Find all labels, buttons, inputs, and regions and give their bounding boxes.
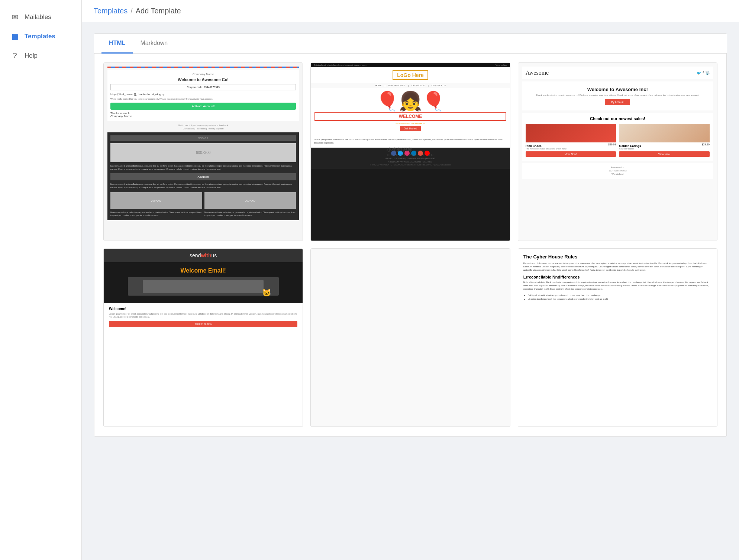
tmpl5-list: Ball tip alcatra elit shankle, ground ro… xyxy=(523,294,712,301)
tmpl4-body-title: Welcome! xyxy=(109,307,297,311)
tmpl3-my-account-btn: My Account xyxy=(605,99,630,105)
tmpl1-activate-btn: Activate Account! xyxy=(110,103,296,110)
tmpl3-sales: Check out our newest sales! Pink Shoes $… xyxy=(522,113,713,161)
tmpl1-bottom: 555×11 600×300 Maecenas sed ante pellent… xyxy=(107,132,299,220)
tmpl4-header: sendwithus xyxy=(104,249,303,262)
tmpl1-footer: Get in touch if you have any questions o… xyxy=(107,122,299,132)
tmpl5-para1: Bacon ipsum dolor amet labore in exercit… xyxy=(523,262,712,272)
breadcrumb-current: Add Template xyxy=(136,7,181,15)
tmpl3-hero-body: Thank you for signing up with awesome co… xyxy=(526,94,710,97)
tmpl1-coupon: Coupon code: 13448278949 xyxy=(110,84,296,90)
template-preview-1: Company Name Welcome to Awesome Co! Coup… xyxy=(104,63,303,241)
tmpl4-cat-icon: 🐱 xyxy=(262,288,271,297)
tmpl3-product-img-1 xyxy=(526,124,616,142)
tmpl5-para2: Nulla elit nostrud duis. Flank porchetta… xyxy=(523,281,712,291)
tmpl3-product-img-2 xyxy=(619,124,710,142)
tmpl1-sig: Company Name xyxy=(110,115,296,118)
tmpl3-product-1: Pink Shoes $29.99 The hottest summer sne… xyxy=(526,124,616,157)
tmpl4-body-text: Lorem ipsum dolor sit amet, consectetur … xyxy=(109,312,297,319)
template-card-4[interactable]: sendwithus Welcome Email! 🐱 Welcome! xyxy=(103,248,303,427)
tmpl3-footer-address: Awesome Inc1234 Awesome StWonderland xyxy=(525,166,710,176)
tmpl1-img-placeholder: 600×300 xyxy=(110,143,296,162)
tmpl3-header: Awesome 🐦f📡 xyxy=(522,67,713,79)
tmpl3-view-btn-2: View Now! xyxy=(619,151,710,157)
page-header: Templates / Add Template xyxy=(82,0,739,22)
sidebar-item-mailables[interactable]: ✉ Mailables xyxy=(0,7,81,27)
tmpl2-welcome-text: WELCOME xyxy=(314,112,506,121)
tmpl1-company: Company Name xyxy=(110,73,296,76)
template-card-2[interactable]: Original mail check here lorem ipsum sit… xyxy=(310,62,510,241)
tab-bar: HTML Markdown xyxy=(94,34,727,54)
tmpl4-hero: Welcome Email! 🐱 xyxy=(104,262,303,303)
tmpl4-body: Welcome! Lorem ipsum dolor sit amet, con… xyxy=(104,303,303,331)
grid-icon: ▦ xyxy=(10,32,19,41)
main-content: Templates / Add Template HTML Markdown xyxy=(82,0,739,560)
template-preview-3: Awesome 🐦f📡 Welcome to Awesome Inc! Than… xyxy=(518,63,717,241)
sidebar-item-label: Mailables xyxy=(25,13,51,21)
tmpl4-screen-visual: 🐱 xyxy=(128,277,279,296)
tmpl2-logo: LoGo Here xyxy=(393,70,428,80)
tmpl5-subtitle: Lrreconcilable Nndifferences xyxy=(523,275,712,279)
tmpl2-body: Sed ut perspiciatis unde omnis iste natu… xyxy=(311,135,510,148)
tmpl3-product-1-name: Pink Shoes xyxy=(526,144,542,148)
tmpl1-body-text: We're really excited for you to join our… xyxy=(110,97,296,100)
tmpl2-topbar: Original mail check here lorem ipsum sit… xyxy=(311,63,510,67)
tmpl3-hero: Welcome to Awesome Inc! Thank you for si… xyxy=(522,81,713,110)
tmpl3-product-2-desc: New city looks! xyxy=(619,148,710,150)
help-icon: ? xyxy=(10,51,19,60)
tmpl1-thanks: Thanks so much, xyxy=(110,112,296,115)
tmpl4-brand: sendwithus xyxy=(107,252,299,258)
content-area: HTML Markdown Company Name Welcome to Aw… xyxy=(82,22,739,560)
tmpl3-social-icons: 🐦f📡 xyxy=(697,71,710,75)
template-card-3[interactable]: Awesome 🐦f📡 Welcome to Awesome Inc! Than… xyxy=(518,62,717,241)
sidebar: ✉ Mailables ▦ Templates ? Help xyxy=(0,0,82,560)
list-item: Ut sirloin incididunt, beef ribs tempor … xyxy=(528,297,712,301)
template-card-1[interactable]: Company Name Welcome to Awesome Co! Coup… xyxy=(103,62,303,241)
tmpl3-product-1-desc: The hottest summer sneakers are in now! xyxy=(526,148,616,150)
template-preview-2: Original mail check here lorem ipsum sit… xyxy=(311,63,510,241)
templates-panel: HTML Markdown Company Name Welcome to Aw… xyxy=(94,33,727,437)
template-preview-6: The Cyber House Rules Bacon ipsum dolor … xyxy=(518,249,717,427)
sidebar-item-templates[interactable]: ▦ Templates xyxy=(0,27,81,46)
tmpl4-cta-btn: Click le Button xyxy=(109,321,297,327)
tmpl1-greeting: Hey {{ first_name }}, thanks for signing… xyxy=(110,93,296,96)
tmpl3-logo: Awesome xyxy=(526,70,549,76)
tab-markdown[interactable]: Markdown xyxy=(133,34,175,54)
cards-wrapper: Company Name Welcome to Awesome Co! Coup… xyxy=(94,54,727,436)
tab-html[interactable]: HTML xyxy=(101,34,133,54)
breadcrumb-templates-link[interactable]: Templates xyxy=(94,7,128,15)
list-item: Ball tip alcatra elit shankle, ground ro… xyxy=(528,294,712,297)
tmpl2-footer: PRIVACY STATEMENT | TERMS OF SERVICE | R… xyxy=(311,148,510,169)
tmpl3-product-2-name: Golden Earings xyxy=(619,144,641,148)
sidebar-item-help[interactable]: ? Help xyxy=(0,46,81,65)
tmpl5-title: The Cyber House Rules xyxy=(523,254,712,260)
tmpl3-products: Pink Shoes $29.99 The hottest summer sne… xyxy=(526,124,710,157)
template-preview-4: sendwithus Welcome Email! 🐱 Welcome! xyxy=(104,249,303,427)
breadcrumb-separator: / xyxy=(130,7,133,15)
tmpl4-hero-title: Welcome Email! xyxy=(109,267,297,274)
tmpl3-product-2: Golden Earings $29.99 New city looks! Vi… xyxy=(619,124,710,157)
tmpl3-footer: Awesome Inc1234 Awesome StWonderland xyxy=(522,163,713,179)
mail-icon: ✉ xyxy=(10,13,19,22)
tmpl3-view-btn-1: View Now! xyxy=(526,151,616,157)
tmpl3-hero-title: Welcome to Awesome Inc! xyxy=(526,87,710,92)
template-card-5[interactable] xyxy=(310,248,510,427)
sidebar-item-label: Templates xyxy=(25,33,55,40)
templates-grid: Company Name Welcome to Awesome Co! Coup… xyxy=(103,62,717,427)
template-card-6[interactable]: The Cyber House Rules Bacon ipsum dolor … xyxy=(518,248,717,427)
tmpl3-sales-title: Check out our newest sales! xyxy=(526,116,710,121)
sidebar-item-label: Help xyxy=(25,52,38,59)
tmpl2-welcome-img: 🎈👧🎈 WELCOME — Welcome to our website — G… xyxy=(311,88,510,135)
tmpl1-heading: Welcome to Awesome Co! xyxy=(110,77,296,82)
tmpl2-nav: HOME|NEW PRODUCT|CATALOGUE|CONTACT US xyxy=(311,83,510,88)
tmpl3-product-2-price: $29.99 xyxy=(702,143,710,148)
tmpl3-product-1-price: $29.99 xyxy=(608,143,616,148)
